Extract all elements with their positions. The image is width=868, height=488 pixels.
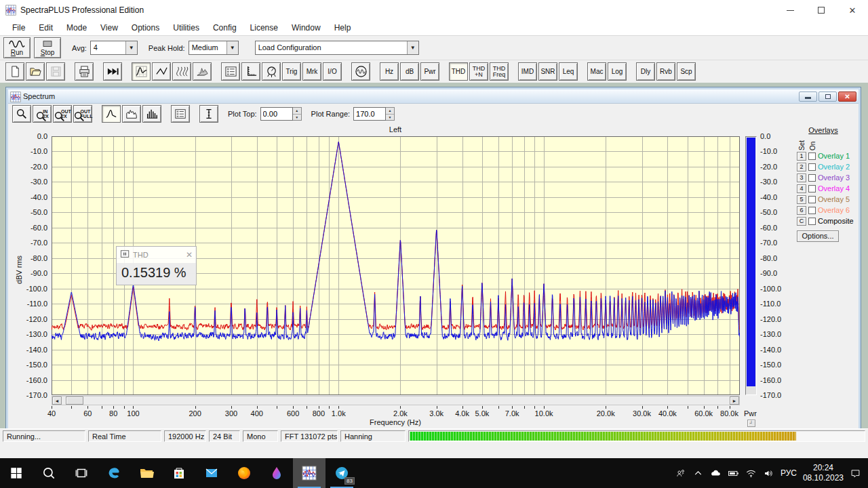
taskbar-mail[interactable] — [195, 458, 228, 488]
toolbar-button-ff-arrows[interactable] — [103, 62, 122, 81]
spectrum-toolbar-zoom-in-2x[interactable]: IN 2X — [33, 105, 52, 123]
toolbar-button-view-spectrum[interactable] — [132, 62, 151, 81]
run-button[interactable]: Run — [3, 37, 31, 58]
spectrum-close-button[interactable]: ✕ — [838, 92, 856, 102]
taskbar-win-start[interactable] — [0, 458, 33, 488]
overlay-set-button-3[interactable]: 3 — [797, 174, 806, 182]
tray-chevron-up-icon[interactable] — [692, 468, 704, 479]
spin-up-icon[interactable]: ▲ — [293, 108, 301, 115]
toolbar-button-rvb[interactable]: Rvb — [656, 62, 675, 81]
minimize-button[interactable] — [774, 0, 806, 20]
peak-hold-combo[interactable]: Medium ▼ — [189, 41, 239, 55]
spectrum-toolbar-plot-bars[interactable] — [142, 105, 161, 123]
overlay-set-button-4[interactable]: 4 — [797, 184, 806, 193]
load-config-combo[interactable]: Load Configuration ▼ — [255, 41, 419, 55]
spectrum-toolbar-magnifier[interactable] — [12, 105, 31, 123]
toolbar-button-save[interactable] — [46, 62, 65, 81]
toolbar-button-thd-freq[interactable]: THD Freq — [490, 62, 509, 81]
spectrum-toolbar-display-options[interactable] — [171, 105, 190, 123]
taskbar-store[interactable] — [163, 458, 195, 488]
overlay-set-button-1[interactable]: 1 — [797, 152, 806, 161]
menu-window[interactable]: Window — [285, 20, 328, 35]
overlay-checkbox-1[interactable] — [808, 152, 816, 160]
toolbar-button-print[interactable] — [75, 62, 94, 81]
close-button[interactable]: ✕ — [837, 0, 868, 20]
overlay-set-button-6[interactable]: 6 — [797, 206, 806, 215]
toolbar-button-thd-n[interactable]: THD +N — [469, 62, 488, 81]
taskbar-paint-drop[interactable] — [260, 458, 293, 488]
scroll-track[interactable] — [83, 396, 730, 405]
taskbar-firefox[interactable] — [228, 458, 260, 488]
spectrum-toolbar-plot-line[interactable] — [102, 105, 121, 123]
plot-range-input[interactable] — [353, 107, 386, 121]
avg-dropdown-icon[interactable]: ▼ — [125, 41, 137, 54]
menu-file[interactable]: File — [5, 20, 32, 35]
notification-center-icon[interactable] — [850, 468, 861, 479]
toolbar-button-imd[interactable]: IMD — [518, 62, 537, 81]
toolbar-button-new-file[interactable] — [5, 62, 24, 81]
overlay-set-button-2[interactable]: 2 — [797, 163, 806, 171]
power-meter-grip[interactable]: ┘ — [747, 420, 755, 427]
taskbar-task-view[interactable] — [65, 458, 98, 488]
toolbar-button-snr[interactable]: SNR — [538, 62, 557, 81]
menu-config[interactable]: Config — [206, 20, 243, 35]
toolbar-button-dly[interactable]: Dly — [636, 62, 655, 81]
spectrum-toolbar-marker-ibeam[interactable] — [199, 105, 218, 123]
toolbar-button-gen-signal[interactable] — [351, 62, 370, 81]
toolbar-button-view-waveform[interactable] — [152, 62, 171, 81]
menu-view[interactable]: View — [94, 20, 125, 35]
thd-close-icon[interactable]: ✕ — [186, 250, 193, 260]
toolbar-button-hz[interactable]: Hz — [380, 62, 399, 81]
menu-mode[interactable]: Mode — [60, 20, 94, 35]
menu-utilities[interactable]: Utilities — [166, 20, 206, 35]
toolbar-button-pwr[interactable]: Pwr — [420, 62, 439, 81]
toolbar-button-thd[interactable]: THD — [449, 62, 468, 81]
overlay-set-button-5[interactable]: 5 — [797, 195, 806, 204]
toolbar-button-log[interactable]: Log — [608, 62, 627, 81]
taskbar-telegram[interactable]: 83 — [326, 458, 358, 488]
avg-combo[interactable]: 4 ▼ — [90, 41, 138, 55]
toolbar-button-trig[interactable]: Trig — [282, 62, 301, 81]
toolbar-button-view-surface[interactable] — [193, 62, 212, 81]
spin-down-icon[interactable]: ▼ — [386, 115, 394, 121]
spectrum-minimize-button[interactable] — [799, 92, 817, 102]
scroll-left-icon[interactable]: ◄ — [52, 396, 62, 405]
toolbar-button-leq[interactable]: Leq — [559, 62, 578, 81]
language-indicator[interactable]: РУС — [781, 468, 797, 478]
overlay-set-button-c[interactable]: C — [797, 217, 806, 226]
overlay-checkbox-5[interactable] — [808, 196, 816, 203]
tray-wifi-icon[interactable] — [745, 468, 757, 479]
menu-options[interactable]: Options — [125, 20, 166, 35]
overlay-checkbox-4[interactable] — [808, 185, 816, 192]
maximize-button[interactable] — [806, 0, 837, 20]
menu-help[interactable]: Help — [328, 20, 358, 35]
clock[interactable]: 20:24 08.10.2023 — [803, 463, 844, 483]
menu-license[interactable]: License — [243, 20, 285, 35]
toolbar-button-scp[interactable]: Scp — [677, 62, 696, 81]
plot-range-spinner[interactable]: ▲▼ — [386, 107, 395, 121]
spectrum-restore-button[interactable] — [818, 92, 837, 102]
tray-people-icon[interactable] — [675, 468, 686, 479]
toolbar-button-view-spectrogram[interactable] — [172, 62, 191, 81]
tray-battery-icon[interactable] — [728, 468, 739, 479]
overlays-options-button[interactable]: Options... — [797, 230, 839, 242]
toolbar-button-open-folder[interactable] — [26, 62, 45, 81]
load-config-dropdown-icon[interactable]: ▼ — [407, 41, 418, 54]
toolbar-button-i-o[interactable]: I/O — [323, 62, 342, 81]
scroll-thumb[interactable] — [66, 396, 83, 405]
toolbar-button-mrk[interactable]: Mrk — [302, 62, 321, 81]
taskbar-edge[interactable] — [98, 458, 130, 488]
menu-edit[interactable]: Edit — [32, 20, 60, 35]
overlay-checkbox-c[interactable] — [808, 218, 816, 225]
toolbar-button-mac[interactable]: Mac — [587, 62, 606, 81]
spectrum-toolbar-zoom-full[interactable]: OUT FULL — [73, 105, 92, 123]
tray-volume-icon[interactable] — [763, 468, 774, 479]
plot-top-spinner[interactable]: ▲▼ — [293, 107, 302, 121]
toolbar-button-display-options[interactable] — [221, 62, 240, 81]
plot-top-input[interactable] — [260, 107, 293, 121]
stop-button[interactable]: Stop — [34, 37, 61, 58]
toolbar-button-scale-axis[interactable] — [241, 62, 260, 81]
overlay-checkbox-3[interactable] — [808, 174, 816, 182]
taskbar-explorer[interactable] — [130, 458, 163, 488]
scroll-right-icon[interactable]: ► — [730, 396, 739, 405]
